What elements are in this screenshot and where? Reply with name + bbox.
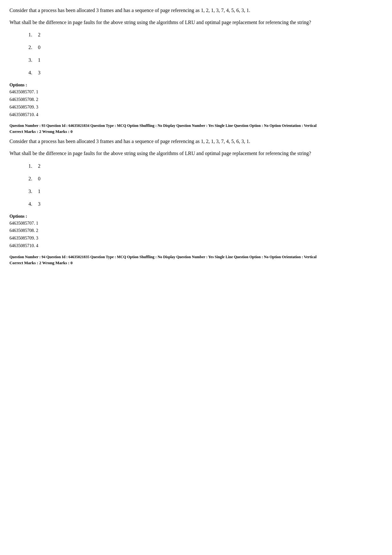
option-id-1: 64635085707. 1: [9, 88, 383, 96]
option-value-3b: 1: [38, 189, 40, 194]
option-id-3: 64635085709. 3: [9, 103, 383, 111]
question-text-1b: Consider that a process has been allocat…: [9, 137, 383, 146]
option-item-3b: 3. 1: [28, 189, 383, 194]
option-item-1: 1. 2: [28, 32, 383, 38]
options-label-b: Options :: [9, 214, 383, 219]
option-number-1b: 1.: [28, 163, 38, 169]
option-item-4: 4. 3: [28, 70, 383, 76]
options-list-b: 1. 2 2. 0 3. 1 4. 3: [28, 163, 383, 207]
meta-info: Question Number : 93 Question Id : 64635…: [9, 123, 383, 128]
marks-info-b: Correct Marks : 2 Wrong Marks : 0: [9, 260, 383, 265]
marks-info: Correct Marks : 2 Wrong Marks : 0: [9, 129, 383, 134]
option-id-1b: 64635085707. 1: [9, 220, 383, 227]
option-value-2b: 0: [38, 176, 40, 182]
question-block-93-second: Consider that a process has been allocat…: [9, 137, 383, 265]
option-value-1b: 2: [38, 163, 40, 169]
option-number-1: 1.: [28, 32, 38, 38]
option-value-4b: 3: [38, 201, 40, 207]
option-number-2: 2.: [28, 45, 38, 50]
option-item-3: 3. 1: [28, 57, 383, 63]
option-id-2b: 64635085708. 2: [9, 227, 383, 234]
option-value-1: 2: [38, 32, 40, 38]
question-text-1: Consider that a process has been allocat…: [9, 6, 383, 15]
meta-info-b: Question Number : 94 Question Id : 64635…: [9, 254, 383, 260]
option-item-1b: 1. 2: [28, 163, 383, 169]
option-number-3b: 3.: [28, 189, 38, 194]
option-number-4b: 4.: [28, 201, 38, 207]
option-ids-b: 64635085707. 1 64635085708. 2 6463508570…: [9, 220, 383, 250]
option-value-3: 1: [38, 57, 40, 63]
question-block-93-first: Consider that a process has been allocat…: [9, 6, 383, 134]
option-id-4: 64635085710. 4: [9, 111, 383, 119]
option-value-2: 0: [38, 45, 40, 50]
option-id-4b: 64635085710. 4: [9, 242, 383, 250]
option-number-2b: 2.: [28, 176, 38, 182]
option-number-3: 3.: [28, 57, 38, 63]
options-list: 1. 2 2. 0 3. 1 4. 3: [28, 32, 383, 76]
question-text-2b: What shall be the difference in page fau…: [9, 149, 383, 158]
option-ids: 64635085707. 1 64635085708. 2 6463508570…: [9, 88, 383, 118]
option-item-2b: 2. 0: [28, 176, 383, 182]
question-text-2: What shall be the difference in page fau…: [9, 18, 383, 27]
option-item-4b: 4. 3: [28, 201, 383, 207]
option-item-2: 2. 0: [28, 45, 383, 50]
option-number-4: 4.: [28, 70, 38, 76]
option-id-2: 64635085708. 2: [9, 96, 383, 103]
option-value-4: 3: [38, 70, 40, 76]
options-label: Options :: [9, 83, 383, 88]
option-id-3b: 64635085709. 3: [9, 234, 383, 242]
